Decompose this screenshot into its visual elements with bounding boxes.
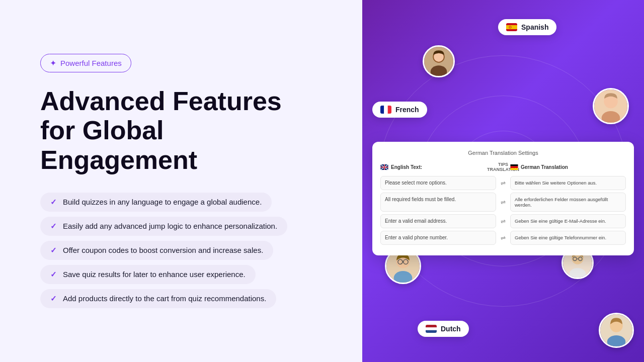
- card-columns: English Text: TIPS TRANSLATION German Tr…: [380, 162, 626, 247]
- feature-text-5: Add products directly to the cart from q…: [63, 294, 266, 303]
- badge-label: Powerful Features: [60, 59, 122, 67]
- check-icon-2: ✓: [50, 222, 57, 231]
- svg-point-3: [509, 26, 511, 28]
- svg-rect-40: [510, 166, 518, 168]
- trans-en-2: All required fields must be filled.: [380, 193, 496, 212]
- col-tips-header: TIPS TRANSLATION: [496, 162, 510, 176]
- right-panel: Spanish French Dutch: [362, 0, 644, 362]
- spanish-badge: Spanish: [498, 19, 556, 35]
- french-flag: [380, 106, 391, 114]
- french-badge: French: [372, 102, 427, 118]
- trans-de-2: Alle erforderlichen Felder müssen ausgef…: [510, 193, 626, 212]
- check-icon-4: ✓: [50, 270, 57, 279]
- dutch-badge: Dutch: [418, 321, 469, 337]
- trans-arrow-1: ⇌: [496, 176, 510, 190]
- avatar-2: [593, 88, 629, 124]
- feature-text-1: Build quizzes in any language to engage …: [63, 198, 262, 206]
- trans-de-3: Geben Sie eine gültige E-Mail-Adresse ei…: [510, 214, 626, 228]
- trans-arrow-4: ⇌: [496, 231, 510, 245]
- col-en-header: English Text:: [380, 162, 496, 176]
- check-icon-5: ✓: [50, 294, 57, 303]
- trans-arrow-3: ⇌: [496, 214, 510, 228]
- trans-en-4: Enter a valid phone number.: [380, 231, 496, 245]
- trans-de-1: Bitte wählen Sie weitere Optionen aus.: [510, 176, 626, 190]
- english-flag-icon: [380, 164, 388, 170]
- trans-en-3: Enter a valid email address.: [380, 214, 496, 228]
- check-icon-1: ✓: [50, 198, 57, 207]
- svg-rect-4: [380, 106, 384, 114]
- german-flag-icon: [510, 164, 518, 170]
- spanish-flag: [506, 23, 517, 31]
- dutch-flag: [426, 325, 437, 333]
- card-title: German Translation Settings: [380, 150, 626, 156]
- badge-icon: ✦: [50, 58, 56, 68]
- svg-rect-5: [384, 106, 387, 114]
- spanish-label: Spanish: [521, 23, 548, 31]
- svg-rect-39: [510, 164, 518, 166]
- svg-rect-41: [510, 168, 518, 170]
- svg-rect-6: [388, 106, 391, 114]
- feature-item-3: ✓ Offer coupon codes to boost conversion…: [40, 241, 273, 260]
- avatar-5: [599, 313, 634, 348]
- trans-en-1: Please select more options.: [380, 176, 496, 190]
- feature-list: ✓ Build quizzes in any language to engag…: [40, 193, 322, 308]
- feature-item-4: ✓ Save quiz results for later to enhance…: [40, 265, 256, 284]
- svg-rect-1: [506, 25, 517, 29]
- trans-de-4: Geben Sie eine gültige Telefonnummer ein…: [510, 231, 626, 245]
- svg-rect-9: [426, 330, 437, 333]
- svg-rect-8: [426, 327, 437, 330]
- left-panel: ✦ Powerful Features Advanced Features fo…: [0, 0, 362, 362]
- headline: Advanced Features for Global Engagement: [40, 86, 322, 174]
- dutch-label: Dutch: [441, 325, 461, 333]
- feature-item-5: ✓ Add products directly to the cart from…: [40, 289, 276, 308]
- feature-item-2: ✓ Easily add any advanced jump logic to …: [40, 217, 287, 236]
- features-badge: ✦ Powerful Features: [40, 54, 131, 72]
- avatar-1: [423, 45, 455, 77]
- svg-rect-7: [426, 325, 437, 327]
- translation-card: German Translation Settings English Text…: [372, 142, 634, 255]
- check-icon-3: ✓: [50, 246, 57, 255]
- col-de-header: German Translation: [510, 162, 626, 176]
- feature-text-2: Easily add any advanced jump logic to en…: [63, 222, 277, 230]
- feature-text-4: Save quiz results for later to enhance u…: [63, 270, 246, 279]
- feature-item-1: ✓ Build quizzes in any language to engag…: [40, 193, 272, 212]
- feature-text-3: Offer coupon codes to boost conversion a…: [63, 246, 263, 254]
- french-label: French: [395, 106, 419, 114]
- trans-arrow-2: ⇌: [496, 193, 510, 212]
